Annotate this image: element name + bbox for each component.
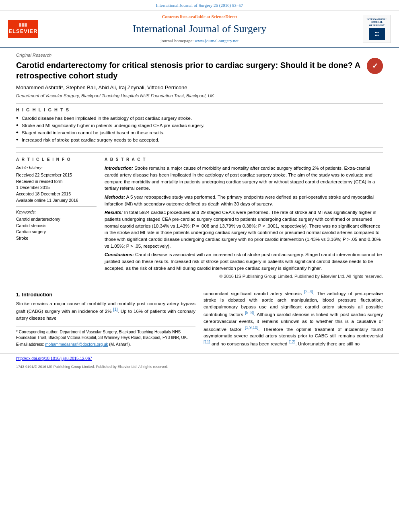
abstract-methods-head: Methods: bbox=[105, 195, 125, 199]
doi-bar: http://dx.doi.org/10.1016/j.ijsu.2015.12… bbox=[0, 353, 399, 364]
abstract-label: A B S T R A C T bbox=[105, 157, 383, 162]
journal-ref-text: International Journal of Surgery 26 (201… bbox=[156, 3, 243, 8]
email-line: E-mail address: mohammedashrafi@doctors.… bbox=[16, 342, 195, 347]
intro-heading: 1. Introduction bbox=[16, 291, 195, 298]
authors-text: Mohammed Ashrafi*, Stephen Ball, Abid Al… bbox=[16, 84, 187, 90]
crossmark-badge[interactable]: ✓ bbox=[367, 58, 383, 74]
highlights-section: H I G H L I G H T S Carotid disease has … bbox=[16, 103, 383, 148]
history-available: Available online 11 January 2016 bbox=[16, 197, 97, 203]
intro-para1-text: Stroke remains a major cause of morbidit… bbox=[16, 301, 195, 320]
intro-right-paragraph: concomitant significant carotid artery s… bbox=[204, 289, 383, 347]
journal-title-area: Contents lists available at ScienceDirec… bbox=[44, 14, 355, 44]
highlight-item-3: Staged carotid intervention cannot be ju… bbox=[16, 129, 383, 136]
abstract-intro: Introduction: Stroke remains a major cau… bbox=[105, 165, 383, 192]
homepage-link[interactable]: www.journal-surgery.net bbox=[195, 38, 239, 43]
ref-12[interactable]: [12] bbox=[289, 340, 296, 344]
footnote-area: * Corresponding author. Department of Va… bbox=[16, 327, 195, 347]
abstract-column: A B S T R A C T Introduction: Stroke rem… bbox=[105, 157, 383, 279]
keywords-section: Keywords: Carotid endarterectomy Carotid… bbox=[16, 206, 97, 241]
abstract-methods: Methods: A 5 year retrospective study wa… bbox=[105, 194, 383, 207]
abstract-results: Results: In total 5924 cardiac procedure… bbox=[105, 209, 383, 249]
highlight-item-4: Increased risk of stroke post cardiac su… bbox=[16, 137, 383, 143]
highlights-label: H I G H L I G H T S bbox=[16, 107, 383, 113]
ref-1[interactable]: [1] bbox=[113, 308, 117, 312]
journal-mini-logo: INTERNATIONALJOURNALOF SURGERY ■■■■■■ bbox=[363, 15, 391, 43]
introduction-section: 1. Introduction Stroke remains a major c… bbox=[16, 289, 383, 350]
elsevier-logo-area: ▓▓▓ ELSEVIER bbox=[8, 20, 44, 38]
contents-label: Contents lists available at bbox=[162, 14, 210, 19]
article-history: Article history: Received 22 September 2… bbox=[16, 165, 97, 203]
abstract-results-text: In total 5924 cardiac procedures and 29 … bbox=[105, 210, 381, 248]
journal-reference-bar: International Journal of Surgery 26 (201… bbox=[0, 0, 399, 10]
section-divider bbox=[16, 285, 383, 285]
page: International Journal of Surgery 26 (201… bbox=[0, 0, 399, 532]
article-info-column: A R T I C L E I N F O Article history: R… bbox=[16, 157, 97, 279]
intro-section-title: Introduction bbox=[22, 292, 52, 298]
ref-1-9-10[interactable]: [1,9,10] bbox=[245, 325, 258, 330]
title-area: ✓ Carotid endarterectomy for critical st… bbox=[16, 60, 383, 81]
ref-2-4[interactable]: [2–4] bbox=[304, 290, 313, 294]
abstract-methods-text: A 5 year retrospective study was perform… bbox=[105, 195, 374, 206]
abstract-conclusions: Conclusions: Carotid disease is associat… bbox=[105, 251, 383, 271]
journal-homepage: journal homepage: www.journal-surgery.ne… bbox=[44, 38, 355, 44]
article-info-abstract-section: A R T I C L E I N F O Article history: R… bbox=[16, 152, 383, 279]
keyword-4: Stroke bbox=[16, 235, 97, 241]
abstract-conclusions-text: Carotid disease is associated with an in… bbox=[105, 252, 382, 270]
ref-5-8[interactable]: [5–8] bbox=[245, 311, 254, 315]
abstract-intro-text: Stroke remains a major cause of morbidit… bbox=[105, 166, 375, 191]
copyright-line: © 2016 IJS Publishing Group Limited. Pub… bbox=[105, 273, 383, 279]
crossmark-icon: ✓ bbox=[367, 58, 383, 74]
highlight-item-1: Carotid disease has been implicated in t… bbox=[16, 115, 383, 121]
history-revised-label: Received in revised form bbox=[16, 179, 97, 185]
highlight-item-2: Stroke and MI significantly higher in pa… bbox=[16, 122, 383, 129]
intro-paragraph-1: Stroke remains a major cause of morbidit… bbox=[16, 300, 195, 322]
abstract-intro-head: Introduction: bbox=[105, 166, 133, 170]
history-accepted: Accepted 18 December 2015 bbox=[16, 191, 97, 197]
email-link[interactable]: mohammedashrafi@doctors.org.uk bbox=[45, 342, 108, 347]
sciencedirect-line: Contents lists available at ScienceDirec… bbox=[44, 14, 355, 20]
issn-bar: 1743-9191/© 2016 IJS Publishing Group Li… bbox=[0, 364, 399, 372]
article-title: Carotid endarterectomy for critical sten… bbox=[16, 60, 383, 81]
abstract-results-head: Results: bbox=[105, 210, 123, 215]
article-type-label: Original Research bbox=[16, 52, 383, 58]
keyword-2: Carotid stenosis bbox=[16, 223, 97, 229]
ref-11[interactable]: [11] bbox=[204, 340, 210, 344]
history-received: Received 22 September 2015 bbox=[16, 172, 97, 178]
email-label: E-mail address: bbox=[16, 342, 44, 347]
intro-section-num: 1. bbox=[16, 292, 21, 298]
corresponding-author-note: * Corresponding author. Department of Va… bbox=[16, 329, 195, 341]
elsevier-logo: ▓▓▓ ELSEVIER bbox=[8, 20, 38, 38]
keyword-1: Carotid endarterectomy bbox=[16, 216, 97, 222]
authors-line: Mohammed Ashrafi*, Stephen Ball, Abid Al… bbox=[16, 84, 383, 91]
history-label: Article history: bbox=[16, 165, 97, 171]
elsevier-text: ELSEVIER bbox=[8, 28, 37, 35]
homepage-label: journal homepage: bbox=[160, 38, 193, 43]
keywords-label: Keywords: bbox=[16, 209, 97, 215]
abstract-conclusions-head: Conclusions: bbox=[105, 252, 134, 257]
main-content: Original Research ✓ Carotid endarterecto… bbox=[0, 48, 399, 354]
email-suffix: (M. Ashrafi). bbox=[109, 342, 131, 347]
intro-left-column: 1. Introduction Stroke remains a major c… bbox=[16, 289, 195, 350]
keyword-3: Cardiac surgery bbox=[16, 229, 97, 235]
intro-right-text: concomitant significant carotid artery s… bbox=[204, 291, 383, 346]
right-logo-area: INTERNATIONALJOURNALOF SURGERY ■■■■■■ bbox=[355, 15, 391, 43]
affiliation-text: Department of Vascular Surgery, Blackpoo… bbox=[16, 93, 383, 99]
doi-link[interactable]: http://dx.doi.org/10.1016/j.ijsu.2015.12… bbox=[16, 356, 92, 361]
journal-title: International Journal of Surgery bbox=[44, 22, 355, 36]
svg-text:✓: ✓ bbox=[372, 62, 378, 70]
intro-right-column: concomitant significant carotid artery s… bbox=[204, 289, 383, 350]
article-info-label: A R T I C L E I N F O bbox=[16, 157, 97, 162]
history-revised-date: 1 December 2015 bbox=[16, 185, 97, 191]
journal-header: ▓▓▓ ELSEVIER Contents lists available at… bbox=[0, 10, 399, 48]
sciencedirect-link[interactable]: ScienceDirect bbox=[211, 14, 237, 19]
